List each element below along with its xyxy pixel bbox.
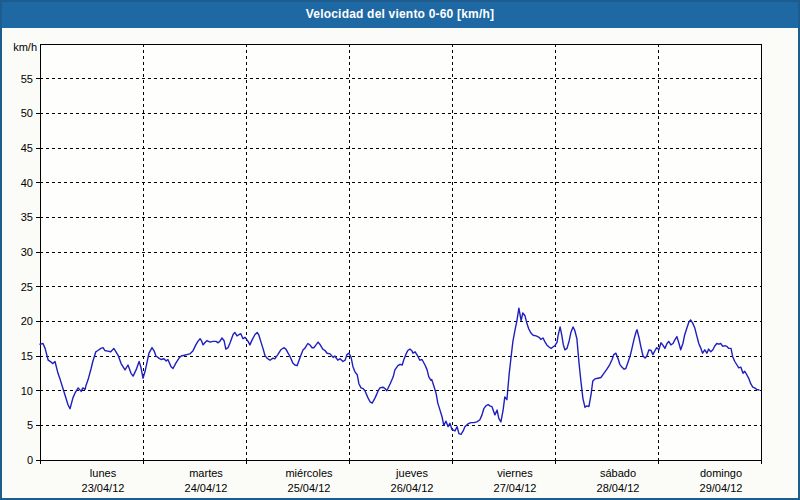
y-tick-label: 30 — [21, 246, 33, 258]
day-name-label: martes — [189, 467, 223, 479]
day-date-label: 27/04/12 — [494, 482, 537, 494]
day-name-label: miércoles — [285, 467, 333, 479]
y-tick-label: 10 — [21, 385, 33, 397]
day-date-label: 24/04/12 — [185, 482, 228, 494]
chart-title: Velocidad del viento 0-60 [km/h] — [306, 7, 494, 21]
day-date-label: 28/04/12 — [597, 482, 640, 494]
day-name-label: lunes — [90, 467, 117, 479]
y-tick-label: 55 — [21, 73, 33, 85]
day-date-label: 25/04/12 — [288, 482, 331, 494]
y-tick-label: 0 — [27, 454, 33, 466]
day-date-label: 23/04/12 — [82, 482, 125, 494]
y-tick-label: 50 — [21, 107, 33, 119]
y-tick-label: 25 — [21, 281, 33, 293]
y-tick-label: 45 — [21, 142, 33, 154]
wind-speed-chart: 0510152025303540455055km/hlunes23/04/12m… — [0, 0, 800, 500]
day-name-label: domingo — [700, 467, 742, 479]
y-tick-label: 5 — [27, 419, 33, 431]
wind-chart-window: 0510152025303540455055km/hlunes23/04/12m… — [0, 0, 800, 500]
day-name-label: jueves — [395, 467, 428, 479]
day-date-label: 29/04/12 — [700, 482, 743, 494]
day-date-label: 26/04/12 — [391, 482, 434, 494]
day-name-label: viernes — [497, 467, 533, 479]
day-name-label: sábado — [600, 467, 636, 479]
y-tick-label: 35 — [21, 211, 33, 223]
y-tick-label: 20 — [21, 315, 33, 327]
y-tick-label: 40 — [21, 177, 33, 189]
y-axis-unit-label: km/h — [13, 41, 37, 53]
y-tick-label: 15 — [21, 350, 33, 362]
title-bar: Velocidad del viento 0-60 [km/h] — [0, 0, 800, 28]
